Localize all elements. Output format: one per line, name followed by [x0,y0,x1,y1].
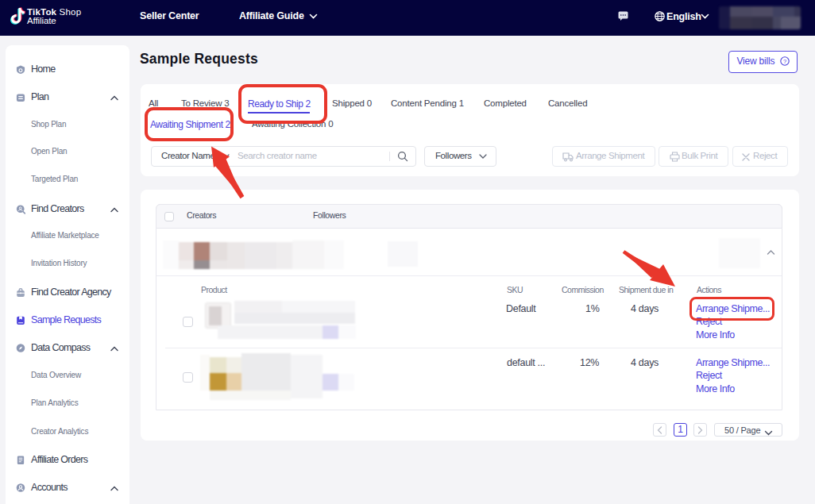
svg-text:?: ? [783,58,786,65]
